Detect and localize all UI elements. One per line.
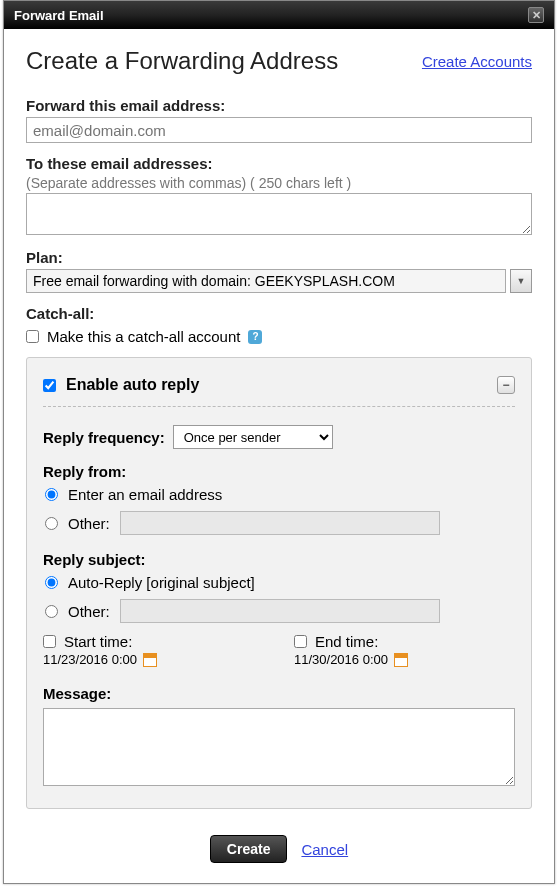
calendar-icon[interactable] <box>143 653 157 667</box>
forward-to-hint: (Separate addresses with commas) ( 250 c… <box>26 175 532 191</box>
chevron-down-icon[interactable]: ▼ <box>510 269 532 293</box>
end-time-checkbox[interactable] <box>294 635 307 648</box>
window-title: Forward Email <box>14 8 104 23</box>
reply-from-opt1-row: Enter an email address <box>43 486 515 503</box>
catchall-checkbox-label: Make this a catch-all account <box>47 328 240 345</box>
reply-subject-radio-2[interactable] <box>45 605 58 618</box>
reply-subject-other-input[interactable] <box>120 599 440 623</box>
reply-subject-opt1-label: Auto-Reply [original subject] <box>68 574 255 591</box>
plan-select[interactable]: Free email forwarding with domain: GEEKY… <box>26 269 506 293</box>
catchall-checkbox[interactable] <box>26 330 39 343</box>
end-time-header: End time: <box>294 633 515 650</box>
header-row: Create a Forwarding Address Create Accou… <box>26 47 532 75</box>
message-label: Message: <box>43 685 515 702</box>
end-time-label: End time: <box>315 633 378 650</box>
forward-from-input[interactable] <box>26 117 532 143</box>
start-time-col: Start time: 11/23/2016 0:00 <box>43 633 264 667</box>
create-button[interactable]: Create <box>210 835 288 863</box>
reply-frequency-label: Reply frequency: <box>43 429 165 446</box>
reply-subject-radio-1[interactable] <box>45 576 58 589</box>
plan-label: Plan: <box>26 249 532 266</box>
forward-from-label: Forward this email address: <box>26 97 532 114</box>
titlebar: Forward Email ✕ <box>4 1 554 29</box>
enable-auto-reply-label: Enable auto reply <box>66 376 199 394</box>
start-time-header: Start time: <box>43 633 264 650</box>
reply-subject-opt1-row: Auto-Reply [original subject] <box>43 574 515 591</box>
cancel-link[interactable]: Cancel <box>301 841 348 858</box>
reply-frequency-row: Reply frequency: Once per sender <box>43 425 515 449</box>
forward-to-input[interactable] <box>26 193 532 235</box>
reply-subject-opt2-row: Other: <box>43 599 515 623</box>
content-area: Create a Forwarding Address Create Accou… <box>4 29 554 809</box>
divider <box>43 406 515 407</box>
reply-subject-opt2-label: Other: <box>68 603 110 620</box>
reply-from-radio-1[interactable] <box>45 488 58 501</box>
enable-auto-reply-checkbox[interactable] <box>43 379 56 392</box>
calendar-icon[interactable] <box>394 653 408 667</box>
panel-header: Enable auto reply − <box>43 376 515 394</box>
plan-select-row: Free email forwarding with domain: GEEKY… <box>26 269 532 293</box>
end-time-col: End time: 11/30/2016 0:00 <box>294 633 515 667</box>
collapse-icon[interactable]: − <box>497 376 515 394</box>
start-time-checkbox[interactable] <box>43 635 56 648</box>
reply-from-label: Reply from: <box>43 463 515 480</box>
reply-frequency-select[interactable]: Once per sender <box>173 425 333 449</box>
forward-email-modal: Forward Email ✕ Create a Forwarding Addr… <box>3 0 555 884</box>
auto-reply-panel: Enable auto reply − Reply frequency: Onc… <box>26 357 532 809</box>
end-time-value: 11/30/2016 0:00 <box>294 652 388 667</box>
start-time-label: Start time: <box>64 633 132 650</box>
catchall-row: Make this a catch-all account ? <box>26 328 532 345</box>
end-time-value-row: 11/30/2016 0:00 <box>294 652 515 667</box>
start-time-value: 11/23/2016 0:00 <box>43 652 137 667</box>
help-icon[interactable]: ? <box>248 330 262 344</box>
reply-from-radio-2[interactable] <box>45 517 58 530</box>
date-row: Start time: 11/23/2016 0:00 End time: 11… <box>43 633 515 667</box>
reply-from-other-input[interactable] <box>120 511 440 535</box>
reply-from-opt2-row: Other: <box>43 511 515 535</box>
panel-title-row: Enable auto reply <box>43 376 199 394</box>
page-title: Create a Forwarding Address <box>26 47 338 75</box>
footer: Create Cancel <box>4 835 554 863</box>
close-icon[interactable]: ✕ <box>528 7 544 23</box>
forward-to-label: To these email addresses: <box>26 155 532 172</box>
reply-from-opt2-label: Other: <box>68 515 110 532</box>
create-accounts-link[interactable]: Create Accounts <box>422 53 532 70</box>
message-input[interactable] <box>43 708 515 786</box>
reply-subject-label: Reply subject: <box>43 551 515 568</box>
catchall-label: Catch-all: <box>26 305 532 322</box>
start-time-value-row: 11/23/2016 0:00 <box>43 652 264 667</box>
reply-from-opt1-label: Enter an email address <box>68 486 222 503</box>
